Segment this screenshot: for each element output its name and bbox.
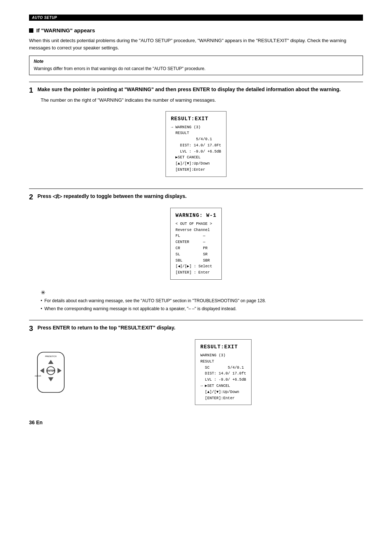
hint-icon: ✳ <box>41 289 363 296</box>
step-3-screen: RESULT:EXIT WARNING (3) RESULT SC 5/4/0.… <box>195 339 252 405</box>
section-title: If "WARNING" appears <box>29 27 363 33</box>
step-2-screen-wrapper: WARNING: W-1 < OUT OF PHASE > Reverse Ch… <box>29 204 363 283</box>
step-1-screen-content: → WARNING (3) RESULT 5/4/0.1 DIST: 14.0/… <box>171 124 221 173</box>
svg-marker-3 <box>40 368 44 373</box>
step-1-body: The number on the right of "WARNING" ind… <box>41 97 363 104</box>
step-3-instruction: Press ENTER to return to the top "RESULT… <box>37 324 175 332</box>
step-1-screen: RESULT:EXIT → WARNING (3) RESULT 5/4/0.1… <box>166 111 227 177</box>
step-3-screen-content: WARNING (3) RESULT SC 5/4/0.1 DIST: 14.0… <box>200 352 246 401</box>
svg-marker-7 <box>48 377 54 381</box>
step-2-screen: WARNING: W-1 < OUT OF PHASE > Reverse Ch… <box>170 208 222 280</box>
square-bullet-icon <box>29 28 33 33</box>
step-1-screen-title: RESULT:EXIT <box>171 115 221 123</box>
step-1-number: 1 <box>29 86 33 94</box>
step-2: 2 Press ◁/▷ repeatedly to toggle between… <box>29 189 363 312</box>
svg-rect-0 <box>37 352 64 392</box>
step-2-screen-content: < OUT OF PHASE > Reverse Channel FL — CE… <box>176 221 217 276</box>
note-text: Warnings differ from errors in that warn… <box>34 65 358 72</box>
step-1-instruction: Make sure the pointer is pointing at "WA… <box>37 86 340 93</box>
svg-text:A·E/CAT.: A·E/CAT. <box>35 375 41 377</box>
page-number: 36 En <box>29 420 363 425</box>
step-3-screen-title: RESULT:EXIT <box>200 343 246 351</box>
svg-marker-2 <box>48 360 54 364</box>
bullet-marker-1: • <box>41 297 42 304</box>
svg-marker-6 <box>57 368 61 373</box>
step-2-bullets: ✳ • For details about each warning messa… <box>41 289 363 312</box>
step-1: 1 Make sure the pointer is pointing at "… <box>29 82 363 181</box>
section-heading: If "WARNING" appears <box>36 27 95 33</box>
step-1-screen-wrapper: RESULT:EXIT → WARNING (3) RESULT 5/4/0.1… <box>29 108 363 181</box>
bullet-text-2: When the corresponding warning message i… <box>44 305 237 312</box>
bullet-2: • When the corresponding warning message… <box>41 305 363 312</box>
step-3: 3 Press ENTER to return to the top "RESU… <box>29 320 363 409</box>
step-2-number: 2 <box>29 193 33 200</box>
bullet-marker-2: • <box>41 305 42 312</box>
note-box: Note Warnings differ from errors in that… <box>29 56 363 75</box>
step-1-header: 1 Make sure the pointer is pointing at "… <box>29 82 363 94</box>
bullet-text-1: For details about each warning message, … <box>44 297 266 304</box>
section-intro: When this unit detects potential problem… <box>29 37 363 51</box>
header-bar: AUTO SETUP <box>29 15 363 21</box>
step-2-header: 2 Press ◁/▷ repeatedly to toggle between… <box>29 189 363 200</box>
step-2-instruction: Press ◁/▷ repeatedly to toggle between t… <box>37 193 187 200</box>
step-3-header: 3 Press ENTER to return to the top "RESU… <box>29 320 363 332</box>
svg-text:PRESET/CH: PRESET/CH <box>45 355 57 357</box>
bullet-1: • For details about each warning message… <box>41 297 363 304</box>
step-2-screen-title: WARNING: W-1 <box>176 212 217 219</box>
remote-control-diagram: PRESET/CH ENTER A·E/CAT. <box>29 351 73 394</box>
svg-text:ENTER: ENTER <box>47 369 55 372</box>
note-title: Note <box>34 59 358 64</box>
step-3-number: 3 <box>29 325 33 332</box>
step-3-images: PRESET/CH ENTER A·E/CAT. RESULT:EXIT WAR… <box>29 336 363 409</box>
